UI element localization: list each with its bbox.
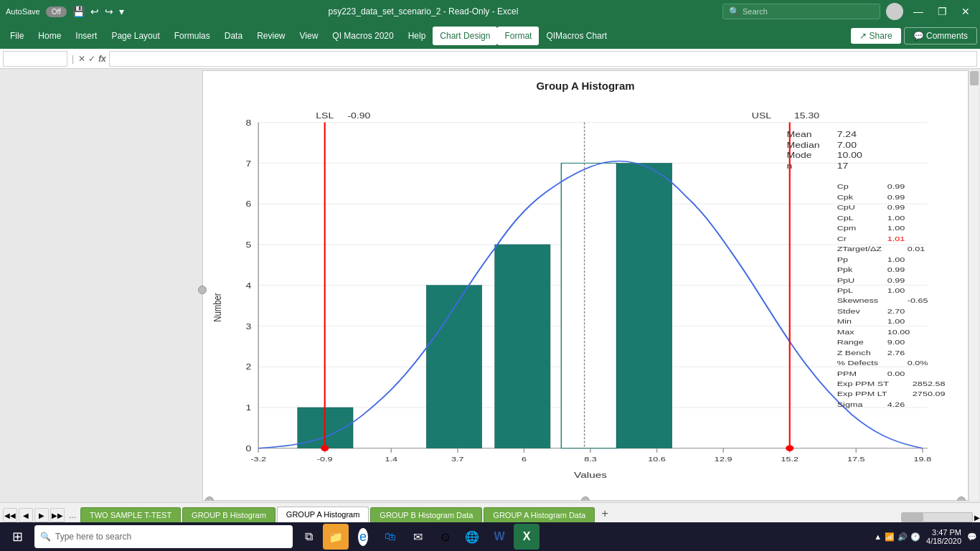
tab-last-button[interactable]: ▶▶	[50, 508, 65, 522]
svg-text:1.00: 1.00	[887, 255, 905, 263]
start-button[interactable]: ⊞	[3, 524, 32, 550]
add-sheet-button[interactable]: +	[596, 505, 613, 522]
bar-4-white	[561, 163, 616, 448]
systray-up-arrow[interactable]: ▲	[874, 532, 882, 541]
taskbar-excel[interactable]: X	[514, 524, 540, 550]
tab-next-button[interactable]: ▶	[34, 508, 49, 522]
name-box[interactable]	[3, 51, 67, 67]
menu-page-layout[interactable]: Page Layout	[104, 27, 166, 45]
user-avatar	[886, 3, 903, 20]
taskbar-search-icon: 🔍	[40, 532, 51, 542]
taskbar-word[interactable]: W	[486, 524, 512, 550]
main-area: Group A Histogram Number	[0, 69, 980, 502]
svg-text:15.2: 15.2	[781, 456, 798, 463]
bottom-handles	[202, 496, 969, 501]
taskbar-office[interactable]: ⊙	[432, 524, 458, 550]
comments-button[interactable]: 💬 Comments	[904, 27, 977, 44]
horizontal-scrollbar[interactable]	[901, 512, 973, 522]
taskbar-mail[interactable]: ✉	[405, 524, 430, 550]
tab-two-sample-t-test[interactable]: TWO SAMPLE T-TEST	[80, 507, 181, 522]
menu-data[interactable]: Data	[217, 27, 250, 45]
notification-icon[interactable]: 💬	[967, 532, 977, 542]
chrome-icon: 🌐	[465, 530, 479, 544]
svg-text:PpU: PpU	[837, 276, 855, 283]
time-display: 3:47 PM	[926, 528, 961, 537]
taskbar-chrome[interactable]: 🌐	[459, 524, 485, 550]
share-button[interactable]: ↗ Share	[851, 28, 901, 44]
tab-group-a-histogram[interactable]: GROUP A Histogram	[277, 507, 369, 522]
function-icon[interactable]: fx	[98, 54, 106, 64]
search-icon: 🔍	[729, 6, 740, 17]
svg-text:Cpm: Cpm	[837, 225, 857, 232]
svg-text:15.30: 15.30	[794, 112, 819, 121]
minimize-button[interactable]: —	[909, 4, 928, 19]
bar-2	[426, 286, 481, 448]
tab-group-b-histogram-data[interactable]: GROUP B Histogram Data	[370, 507, 482, 522]
taskbar-search[interactable]: 🔍 Type here to search	[34, 525, 293, 548]
menu-home[interactable]: Home	[31, 27, 68, 45]
svg-text:6: 6	[522, 456, 527, 463]
more-options-icon[interactable]: ▾	[119, 6, 124, 17]
menu-insert[interactable]: Insert	[68, 27, 104, 45]
formula-input[interactable]	[109, 51, 977, 67]
tab-group-a-histogram-data[interactable]: GROUP A Histogram Data	[484, 507, 595, 522]
tab-first-button[interactable]: ◀◀	[3, 508, 17, 522]
tab-prev-button[interactable]: ◀	[19, 508, 33, 522]
x-axis-label: Values	[574, 471, 607, 480]
save-icon[interactable]: 💾	[72, 6, 85, 17]
menu-review[interactable]: Review	[250, 27, 292, 45]
menu-formulas[interactable]: Formulas	[167, 27, 217, 45]
svg-text:CpL: CpL	[837, 214, 854, 221]
menu-file[interactable]: File	[3, 27, 31, 45]
sheet-tabs: ◀◀ ◀ ▶ ▶▶ ... TWO SAMPLE T-TEST GROUP B …	[0, 502, 980, 522]
handle-bottom-right[interactable]	[957, 496, 966, 501]
undo-icon[interactable]: ↩	[90, 6, 99, 17]
row-numbers-area	[1, 70, 202, 501]
selection-handle-left[interactable]	[198, 286, 207, 294]
taskbar-right: ▲ 📶 🔊 🕐 3:47 PM 4/18/2020 💬	[874, 528, 977, 545]
menu-right: ↗ Share 💬 Comments	[851, 27, 977, 44]
scroll-right-button[interactable]: ▶	[974, 514, 980, 522]
task-view-button[interactable]: ⧉	[296, 524, 321, 550]
scroll-thumb[interactable]	[970, 71, 979, 85]
taskbar-file-explorer[interactable]: 📁	[323, 524, 349, 550]
menu-qi-macros[interactable]: QI Macros 2020	[325, 27, 400, 45]
svg-text:PpL: PpL	[837, 287, 853, 294]
share-icon: ↗	[859, 31, 867, 41]
h-scroll-thumb[interactable]	[902, 513, 923, 522]
menu-qi-macros-chart[interactable]: QIMacros Chart	[539, 27, 614, 45]
svg-text:2: 2	[246, 363, 252, 372]
taskbar-edge[interactable]: e	[350, 524, 376, 550]
svg-text:1.4: 1.4	[385, 456, 398, 463]
redo-icon[interactable]: ↪	[105, 6, 113, 17]
autosave-toggle[interactable]: Off	[46, 6, 67, 17]
title-bar-right: 🔍 Search — ❐ ✕	[722, 3, 974, 20]
title-search[interactable]: 🔍 Search	[722, 4, 880, 19]
svg-text:2750.09: 2750.09	[913, 390, 946, 397]
scrollbar-right[interactable]	[969, 70, 979, 501]
handle-bottom-center[interactable]	[581, 496, 590, 501]
menu-chart-design[interactable]: Chart Design	[433, 27, 497, 45]
svg-text:Skewness: Skewness	[837, 297, 879, 304]
taskbar-store[interactable]: 🛍	[377, 524, 403, 550]
volume-icon: 🔊	[897, 532, 908, 542]
menu-help[interactable]: Help	[401, 27, 433, 45]
menu-view[interactable]: View	[293, 27, 326, 45]
svg-text:-0.65: -0.65	[908, 297, 928, 304]
menu-format[interactable]: Format	[497, 27, 539, 45]
cancel-formula-icon[interactable]: ✕	[78, 54, 85, 64]
tab-group-b-histogram[interactable]: GROUP B Histogram	[182, 507, 275, 522]
svg-text:7: 7	[246, 159, 252, 168]
word-icon: W	[494, 530, 504, 543]
svg-text:17.5: 17.5	[847, 456, 865, 463]
handle-bottom-left[interactable]	[205, 496, 214, 501]
svg-text:4: 4	[246, 282, 252, 291]
windows-logo: ⊞	[12, 529, 23, 545]
confirm-formula-icon[interactable]: ✓	[88, 54, 95, 64]
tabs-more[interactable]: ...	[69, 510, 76, 520]
close-button[interactable]: ✕	[957, 4, 974, 19]
svg-text:Ppk: Ppk	[837, 266, 853, 273]
svg-text:Cr: Cr	[837, 235, 847, 242]
svg-text:n: n	[787, 161, 793, 170]
restore-button[interactable]: ❐	[933, 4, 951, 19]
